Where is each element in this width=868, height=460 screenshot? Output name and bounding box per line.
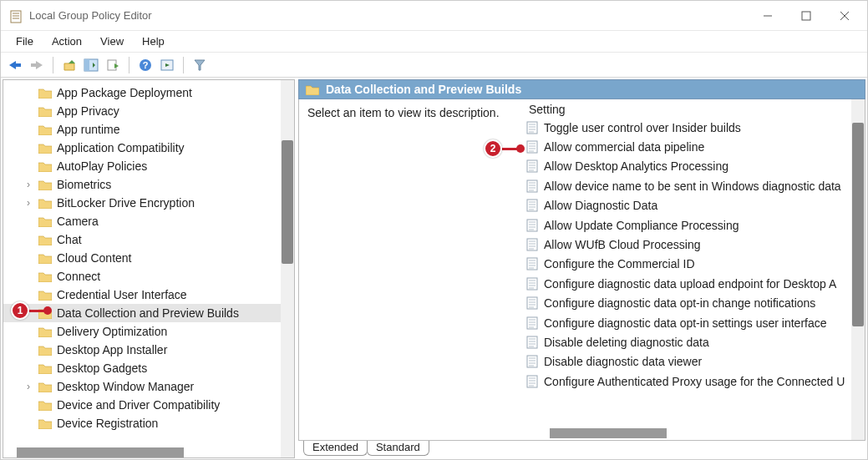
content-area: App Package DeploymentApp PrivacyApp run…: [1, 78, 867, 460]
back-button[interactable]: [6, 56, 24, 74]
description-text: Select an item to view its description.: [307, 106, 512, 119]
filter-button[interactable]: [190, 56, 209, 74]
setting-item[interactable]: Configure diagnostic data upload endpoin…: [520, 274, 865, 293]
close-button[interactable]: [825, 2, 864, 30]
tree-item-label: Application Compatibility: [57, 141, 185, 154]
tree-item[interactable]: Camera: [3, 212, 294, 230]
setting-item[interactable]: Disable diagnostic data viewer: [520, 352, 865, 372]
tree-item-label: Cloud Content: [57, 251, 132, 265]
export-list-button[interactable]: [104, 56, 122, 74]
tree-item[interactable]: App Package Deployment: [3, 83, 294, 102]
tree-item[interactable]: Chat: [3, 230, 294, 249]
menu-bar: File Action View Help: [1, 31, 867, 53]
folder-icon: [38, 143, 52, 154]
tab-extended[interactable]: Extended: [303, 440, 368, 456]
tree-item[interactable]: Cloud Content: [3, 249, 294, 267]
left-vscroll-thumb[interactable]: [282, 140, 293, 264]
setting-item[interactable]: Configure Authenticated Proxy usage for …: [520, 372, 865, 391]
help-button[interactable]: ?: [136, 56, 155, 74]
tree-item[interactable]: App Privacy: [3, 102, 294, 120]
setting-item-label: Allow Desktop Analytics Processing: [544, 159, 728, 173]
settings-column: Setting Toggle user control over Insider…: [520, 99, 865, 440]
tree-item[interactable]: App runtime: [3, 120, 294, 139]
settings-list[interactable]: Toggle user control over Insider buildsA…: [520, 118, 865, 391]
tree-item[interactable]: Desktop Gadgets: [3, 359, 294, 377]
window-title: Local Group Policy Editor: [29, 9, 749, 22]
policy-icon: [525, 277, 539, 291]
forward-button[interactable]: [28, 56, 46, 74]
tree-item[interactable]: Connect: [3, 267, 294, 286]
tree-item-label: Desktop App Installer: [57, 343, 167, 356]
annotation-badge-2: 2: [484, 139, 502, 158]
setting-item-label: Toggle user control over Insider builds: [544, 121, 741, 134]
menu-action[interactable]: Action: [43, 33, 90, 49]
left-vscrollbar[interactable]: [281, 80, 294, 457]
tab-standard[interactable]: Standard: [367, 440, 429, 456]
policy-icon: [525, 238, 539, 251]
tree-item[interactable]: Device and Driver Compatibility: [3, 396, 294, 414]
svg-marker-12: [69, 60, 75, 63]
svg-rect-9: [15, 63, 21, 67]
folder-icon: [38, 124, 52, 135]
policy-icon: [525, 159, 539, 173]
folder-icon: [38, 345, 52, 356]
folder-icon: [38, 216, 52, 227]
toolbar-separator: [53, 57, 53, 73]
policy-icon: [525, 355, 539, 368]
setting-item[interactable]: Allow device name to be sent in Windows …: [520, 176, 865, 195]
setting-item[interactable]: Disable deleting diagnostic data: [520, 332, 865, 351]
policy-icon: [525, 179, 539, 193]
tree-item[interactable]: Desktop Window Manager: [3, 377, 294, 396]
maximize-button[interactable]: [787, 2, 825, 30]
setting-item[interactable]: Configure diagnostic data opt-in change …: [520, 294, 865, 313]
setting-item[interactable]: Allow WUfB Cloud Processing: [520, 235, 865, 254]
folder-icon: [38, 161, 52, 172]
svg-rect-5: [802, 12, 810, 20]
tree-item[interactable]: Delivery Optimization: [3, 322, 294, 341]
menu-file[interactable]: File: [8, 33, 42, 49]
setting-item[interactable]: Allow Diagnostic Data: [520, 196, 865, 215]
folder-icon: [38, 271, 52, 282]
svg-rect-11: [31, 63, 37, 67]
tree-item[interactable]: Device Registration: [3, 414, 294, 432]
policy-icon: [525, 316, 539, 330]
right-vscrollbar[interactable]: [851, 99, 865, 440]
properties-button[interactable]: [158, 56, 176, 74]
details-body: Select an item to view its description. …: [298, 99, 865, 441]
setting-item-label: Allow Diagnostic Data: [544, 199, 657, 212]
setting-item[interactable]: Configure diagnostic data opt-in setting…: [520, 313, 865, 332]
setting-item[interactable]: Allow Update Compliance Processing: [520, 215, 865, 235]
up-button[interactable]: [60, 56, 79, 74]
setting-column-header[interactable]: Setting: [520, 99, 865, 118]
details-pane: Data Collection and Preview Builds Selec…: [298, 79, 865, 458]
folder-icon: [38, 253, 52, 264]
minimize-button[interactable]: [749, 2, 787, 30]
policy-icon: [525, 140, 539, 154]
tree-item[interactable]: Desktop App Installer: [3, 341, 294, 359]
window-controls: [749, 2, 864, 30]
menu-view[interactable]: View: [92, 33, 132, 49]
policy-tree[interactable]: App Package DeploymentApp PrivacyApp run…: [3, 80, 294, 436]
tree-item[interactable]: AutoPlay Policies: [3, 157, 294, 175]
right-vscroll-thumb[interactable]: [852, 123, 864, 326]
setting-item-label: Configure Authenticated Proxy usage for …: [544, 375, 845, 388]
setting-item[interactable]: Allow Desktop Analytics Processing: [520, 157, 865, 176]
tree-item[interactable]: Application Compatibility: [3, 139, 294, 157]
setting-item[interactable]: Toggle user control over Insider builds: [520, 118, 865, 137]
title-bar: Local Group Policy Editor: [1, 1, 867, 31]
setting-item-label: Allow device name to be sent in Windows …: [544, 179, 841, 193]
toolbar-separator: [183, 57, 184, 73]
setting-item-label: Allow Update Compliance Processing: [544, 219, 739, 232]
tree-item[interactable]: BitLocker Drive Encryption: [3, 194, 294, 212]
menu-help[interactable]: Help: [134, 33, 173, 49]
right-hscroll-thumb[interactable]: [550, 428, 667, 438]
tree-item[interactable]: Credential User Interface: [3, 286, 294, 304]
left-hscroll-thumb[interactable]: [17, 447, 184, 457]
svg-rect-14: [84, 59, 89, 71]
show-hide-tree-button[interactable]: [82, 56, 100, 74]
setting-item-label: Disable diagnostic data viewer: [544, 355, 702, 368]
setting-item[interactable]: Allow commercial data pipeline: [520, 137, 865, 156]
setting-item-label: Configure diagnostic data opt-in change …: [544, 296, 815, 310]
tree-item[interactable]: Biometrics: [3, 175, 294, 194]
setting-item[interactable]: Configure the Commercial ID: [520, 255, 865, 274]
